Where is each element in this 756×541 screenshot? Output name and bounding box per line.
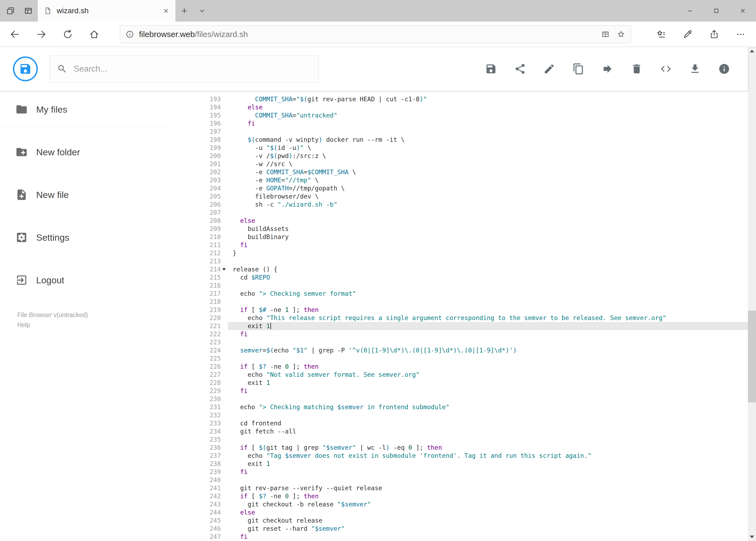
search-input[interactable] (74, 64, 311, 74)
code-line[interactable]: 237 echo "Tag $semver does not exist in … (189, 452, 748, 460)
code-line[interactable]: 219 if [ $# -ne 1 ]; then (189, 306, 748, 314)
code-line[interactable]: 221 exit 1 (189, 322, 748, 330)
sidebar-item-logout[interactable]: Logout (0, 264, 189, 296)
code-line[interactable]: 195 COMMIT_SHA="untracked" (189, 111, 748, 119)
refresh-button[interactable] (58, 25, 77, 44)
code-line[interactable]: 194 else (189, 103, 748, 111)
minimize-button[interactable] (677, 0, 703, 22)
code-line[interactable]: 239 fi (189, 468, 748, 476)
code-line[interactable]: 223 (189, 338, 748, 346)
code-line[interactable]: 234 git fetch --all (189, 427, 748, 435)
new-tab-button[interactable] (175, 0, 193, 22)
scroll-up-icon[interactable] (748, 47, 756, 55)
code-icon[interactable] (660, 63, 672, 75)
forward-button[interactable] (32, 25, 51, 44)
code-line[interactable]: 197 (189, 128, 748, 136)
code-line[interactable]: 240 (189, 476, 748, 484)
set-tabs-aside-icon[interactable] (6, 6, 15, 15)
code-line[interactable]: 201 -w //src \ (189, 160, 748, 168)
code-line[interactable]: 212} (189, 249, 748, 257)
copy-icon[interactable] (573, 63, 584, 75)
code-line[interactable]: 245 git checkout release (189, 516, 748, 525)
code-line[interactable]: 202 -e COMMIT_SHA=$COMMIT_SHA \ (189, 168, 748, 176)
code-line[interactable]: 213 (189, 257, 748, 265)
code-line[interactable]: 229 fi (189, 387, 748, 395)
page-scrollbar[interactable] (748, 47, 756, 541)
save-icon[interactable] (485, 63, 497, 75)
code-line[interactable]: 226 if [ $? -ne 0 ]; then (189, 362, 748, 370)
code-line[interactable]: 247 fi (189, 533, 748, 541)
web-note-button[interactable] (678, 25, 697, 44)
download-icon[interactable] (689, 63, 701, 75)
code-editor[interactable]: 193 COMMIT_SHA="$(git rev-parse HEAD | c… (189, 91, 748, 541)
search-bar[interactable] (50, 55, 319, 82)
more-menu-button[interactable] (731, 25, 750, 44)
share-icon[interactable] (514, 63, 526, 75)
tab-preview-icon[interactable] (24, 6, 33, 15)
fold-marker-icon[interactable] (221, 265, 228, 273)
code-line[interactable]: 214release () { (189, 265, 748, 273)
page-info-icon[interactable] (126, 30, 134, 39)
code-line[interactable]: 236 if [ $(git tag | grep "$semver" | wc… (189, 443, 748, 452)
address-bar[interactable]: filebrowser.web/files/wizard.sh (120, 25, 631, 43)
code-line[interactable]: 218 (189, 297, 748, 306)
code-line[interactable]: 246 git reset --hard "$semver" (189, 525, 748, 533)
code-line[interactable]: 227 echo "Not valid semver format. See s… (189, 370, 748, 379)
sidebar-item-new-file[interactable]: New file (0, 178, 189, 211)
code-line[interactable]: 200 -v /$(pwd):/src:z \ (189, 152, 748, 160)
code-line[interactable]: 210 buildBinary (189, 233, 748, 241)
code-line[interactable]: 224 semver=$(echo "$1" | grep -P '^v(0|[… (189, 346, 748, 354)
code-line[interactable]: 244 else (189, 508, 748, 516)
delete-icon[interactable] (631, 63, 642, 75)
home-button[interactable] (85, 25, 104, 44)
tab-list-button[interactable] (193, 0, 211, 22)
code-line[interactable]: 207 (189, 209, 748, 217)
code-line[interactable]: 216 (189, 281, 748, 289)
code-line[interactable]: 222 fi (189, 330, 748, 338)
edit-icon[interactable] (543, 63, 555, 75)
scrollbar-thumb[interactable] (748, 310, 756, 402)
code-line[interactable]: 206 sh -c "./wizard.sh -b" (189, 201, 748, 209)
app-logo[interactable] (13, 56, 38, 81)
code-line[interactable]: 196 fi (189, 119, 748, 128)
code-line[interactable]: 238 exit 1 (189, 460, 748, 468)
code-line[interactable]: 198 $(command -v winpty) docker run --rm… (189, 136, 748, 144)
window-close-button[interactable] (730, 0, 756, 22)
code-line[interactable]: 203 -e HOME="//tmp" \ (189, 176, 748, 184)
help-link[interactable]: Help (17, 320, 189, 330)
move-icon[interactable] (602, 63, 614, 75)
sidebar-item-settings[interactable]: Settings (0, 221, 189, 254)
code-line[interactable]: 233 cd frontend (189, 419, 748, 427)
maximize-button[interactable] (703, 0, 730, 22)
browser-tab[interactable]: wizard.sh (38, 0, 175, 22)
scroll-down-icon[interactable] (748, 533, 756, 541)
code-line[interactable]: 228 exit 1 (189, 379, 748, 387)
code-line[interactable]: 208 else (189, 217, 748, 225)
favorite-star-icon[interactable] (617, 30, 626, 39)
code-line[interactable]: 231 echo "> Checking matching $semver in… (189, 403, 748, 411)
tab-close-icon[interactable] (162, 7, 169, 14)
code-line[interactable]: 225 (189, 354, 748, 362)
code-line[interactable]: 217 echo "> Checking semver format" (189, 289, 748, 297)
sidebar-item-my-files[interactable]: My files (0, 93, 189, 126)
code-line[interactable]: 204 -e GOPATH=//tmp/gopath \ (189, 184, 748, 192)
code-line[interactable]: 220 echo "This release script requires a… (189, 314, 748, 322)
code-line[interactable]: 209 buildAssets (189, 225, 748, 233)
code-line[interactable]: 193 COMMIT_SHA="$(git rev-parse HEAD | c… (189, 95, 748, 103)
code-line[interactable]: 205 filebrowser/dev \ (189, 192, 748, 201)
code-line[interactable]: 232 (189, 411, 748, 419)
code-line[interactable]: 211 fi (189, 241, 748, 249)
code-line[interactable]: 242 if [ $? -ne 0 ]; then (189, 492, 748, 500)
code-line[interactable]: 241 git rev-parse --verify --quiet relea… (189, 484, 748, 492)
code-line[interactable]: 199 -u "$(id -u)" \ (189, 144, 748, 152)
sidebar-item-new-folder[interactable]: New folder (0, 136, 189, 169)
info-icon[interactable] (718, 63, 730, 75)
reading-view-icon[interactable] (601, 30, 610, 39)
code-line[interactable]: 235 (189, 435, 748, 443)
hub-favorites-button[interactable] (652, 25, 671, 44)
code-line[interactable]: 230 (189, 395, 748, 403)
share-page-button[interactable] (705, 25, 724, 44)
back-button[interactable] (5, 25, 24, 44)
code-line[interactable]: 243 git checkout -b release "$semver" (189, 500, 748, 508)
code-line[interactable]: 215 cd $REPO (189, 273, 748, 281)
